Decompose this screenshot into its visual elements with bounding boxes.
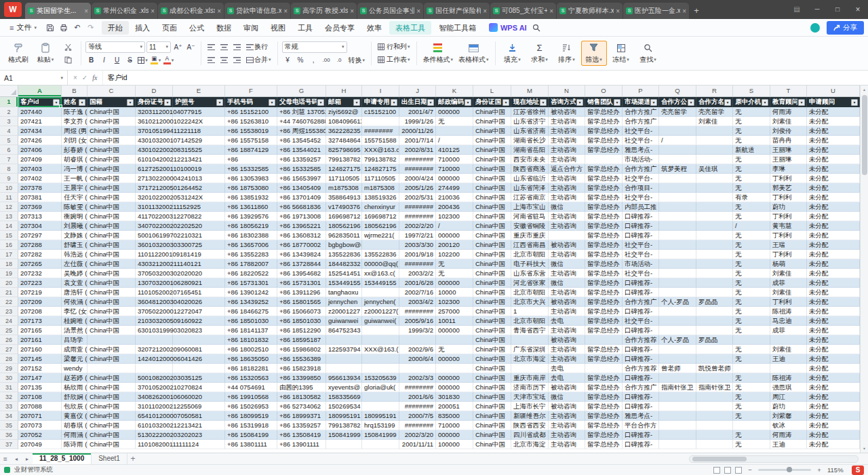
cell[interactable]: / (436, 221, 473, 231)
cell[interactable] (696, 212, 733, 221)
cell[interactable]: +86 18099519 (225, 411, 277, 421)
cell[interactable]: 留学总经办 (585, 212, 623, 221)
cell[interactable]: ######## (399, 212, 436, 221)
cell[interactable]: 留学总经办 (585, 307, 623, 316)
cell[interactable] (770, 335, 807, 345)
cell[interactable]: +86 13851932 (225, 193, 277, 202)
cell[interactable]: 蔚玏 (770, 202, 807, 212)
cell[interactable]: 刘素佳 (770, 269, 807, 278)
cell[interactable]: 未分配 (807, 402, 860, 411)
cell[interactable]: 未分配 (807, 164, 860, 174)
cell[interactable]: 无 (733, 240, 770, 250)
cell[interactable]: 无 (436, 345, 473, 354)
cell[interactable]: 117110505 (362, 174, 399, 183)
column-header-O[interactable]: O (585, 86, 623, 96)
cell[interactable] (733, 364, 770, 373)
cell[interactable]: 无 (733, 164, 770, 174)
font-color-button[interactable]: A▾ (163, 55, 174, 66)
document-tab[interactable]: S可085_支付宝+滴滴...× (490, 3, 556, 19)
cell[interactable]: 左仕薇 (女 (62, 259, 87, 269)
fill-color-button[interactable]: ▣▾ (150, 55, 161, 66)
cell[interactable] (696, 250, 733, 259)
filter-dropdown-icon[interactable]: ▾ (540, 99, 547, 106)
cell[interactable]: 河南省驻马 (511, 212, 549, 221)
wps-ai-button[interactable]: WPS AI (486, 23, 530, 32)
cell[interactable]: China中国 (87, 421, 136, 430)
cell[interactable]: 207208 (18, 307, 62, 316)
cell[interactable]: 李琳 (770, 164, 807, 174)
find-button[interactable]: 查找▾ (635, 41, 661, 66)
cell[interactable] (696, 326, 733, 335)
cell[interactable]: 周煜 (男) (62, 126, 87, 136)
cell[interactable]: 重庆市重庆 (511, 231, 549, 240)
menu-tab[interactable]: 会员专享 (319, 21, 361, 35)
align-bottom-icon[interactable] (231, 41, 243, 52)
cell[interactable] (659, 212, 696, 221)
cell[interactable]: +86 15731301 (225, 278, 277, 288)
cell[interactable]: 610104200212213421 (136, 155, 173, 164)
cell[interactable]: 180995191 (326, 411, 362, 421)
cell[interactable]: ######## (399, 155, 436, 164)
cell[interactable]: 无 (733, 354, 770, 364)
cell[interactable]: 胡睿琪 (女 (62, 155, 87, 164)
cell[interactable]: 207165 (18, 326, 62, 335)
cell[interactable] (696, 221, 733, 231)
cell[interactable]: 北京市大兴 (511, 297, 549, 307)
cell[interactable]: +86 18753080 (225, 183, 277, 193)
filter-dropdown-icon[interactable]: ▾ (79, 99, 85, 106)
cell[interactable]: 207052 (18, 430, 62, 440)
tab-close-icon[interactable]: × (350, 7, 354, 15)
cell[interactable]: 丁利利 (770, 174, 807, 183)
cell[interactable]: 150841999 (326, 430, 362, 440)
cell[interactable]: 500106199702210321 (136, 231, 173, 240)
row-header-34[interactable]: 34 (0, 411, 18, 421)
cell[interactable]: 陈敏雯 (女 (62, 202, 87, 212)
cell[interactable]: +86 18635050 (225, 354, 277, 364)
cell[interactable]: ######## (362, 126, 399, 136)
cell[interactable]: ######## (399, 259, 436, 269)
cell[interactable]: 主动咨询 (549, 326, 585, 335)
cell[interactable]: 未分配 (807, 136, 860, 145)
cell[interactable]: 153449155 (326, 278, 362, 288)
cell[interactable]: 2002/3/3 (399, 373, 436, 383)
filter-button[interactable]: 筛选▾ (581, 41, 607, 66)
cell[interactable]: 主动咨询 (549, 212, 585, 221)
cell[interactable]: 李忆 (女) (62, 307, 87, 316)
cell[interactable]: 184482332 (326, 259, 362, 269)
table-header-cell[interactable]: 原中介机▾ (733, 97, 770, 107)
cell[interactable]: 271302200004241013 (136, 174, 173, 183)
cell[interactable]: 2002/7/16 (399, 288, 436, 297)
cell[interactable]: v17490376 (326, 202, 362, 212)
cell[interactable]: +86 13701409 (277, 193, 326, 202)
cell[interactable]: +86 13359257 (277, 155, 326, 164)
cell[interactable]: 10011 (436, 316, 473, 326)
cell[interactable]: 962835011 (326, 231, 362, 240)
cell[interactable]: 未分配 (807, 335, 860, 345)
cell[interactable]: 袁文萱 (女 (62, 278, 87, 288)
row-header-29[interactable]: 29 (0, 364, 18, 373)
cell[interactable]: 留学总经办 (585, 373, 623, 383)
cell[interactable]: m1875308 (326, 183, 362, 193)
cell[interactable]: +86 18512290 (277, 326, 326, 335)
cell[interactable]: 彭春娇 (女 (62, 145, 87, 155)
row-header-23[interactable]: 23 (0, 307, 18, 316)
cell[interactable] (173, 364, 225, 373)
strikethrough-button[interactable]: S (124, 55, 136, 66)
cell[interactable]: 102200 (436, 250, 473, 259)
conditional-format-button[interactable]: 条件格式▾ (421, 41, 456, 66)
share-button[interactable]: 分享 (827, 21, 864, 35)
row-header-33[interactable]: 33 (0, 402, 18, 411)
cell[interactable] (511, 335, 549, 345)
cell[interactable]: +86 周煜155380 (277, 126, 326, 136)
table-header-cell[interactable]: 父母电话号码▾ (277, 97, 326, 107)
row-header-11[interactable]: 11 (0, 193, 18, 202)
cell[interactable]: 无 (733, 117, 770, 126)
cell[interactable]: z20001227( (362, 307, 399, 316)
document-tab[interactable]: S英国留学生...× (25, 3, 91, 19)
cell[interactable]: +86 13728844 (277, 259, 326, 269)
cell[interactable]: 00000@qq( (362, 259, 399, 269)
column-header-R[interactable]: R (696, 86, 733, 96)
undo-icon[interactable]: ↶ (71, 21, 84, 35)
cell[interactable]: 王丽琳 (770, 155, 807, 164)
cell[interactable]: 成菲 (770, 326, 807, 335)
